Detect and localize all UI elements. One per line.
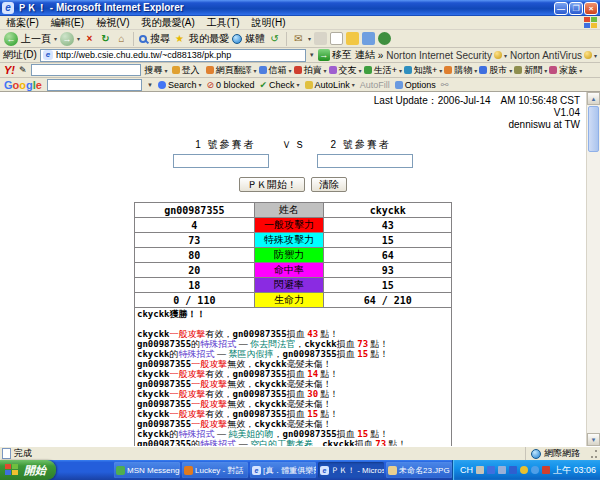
- back-icon[interactable]: ←: [4, 32, 18, 46]
- yahoo-item-caret-icon: ▾: [439, 67, 442, 74]
- menu-file[interactable]: 檔案(F): [0, 16, 45, 30]
- stat-name-cell: 防禦力: [254, 248, 324, 263]
- menu-tools[interactable]: 工具(T): [201, 16, 246, 30]
- tray-display-icon[interactable]: [476, 466, 484, 474]
- print-icon[interactable]: [314, 32, 327, 45]
- address-input[interactable]: e http://web.csie.chu.edu.tw/~cd88138/pk…: [40, 49, 306, 62]
- tray-msn-icon[interactable]: [531, 466, 539, 474]
- norton-internet-security[interactable]: Norton Internet Security ▾: [386, 50, 507, 61]
- task-chat-window[interactable]: Luckey - 對話: [182, 462, 248, 478]
- pk-start-button[interactable]: ＰＫ開始！: [239, 177, 305, 192]
- yahoo-item-2[interactable]: 拍賣▾: [294, 64, 327, 77]
- stats-header-row: gn00987355 姓名 ckyckk: [135, 203, 452, 218]
- scroll-down-icon[interactable]: ▼: [587, 433, 600, 446]
- menu-bar: 檔案(F) 編輯(E) 檢視(V) 我的最愛(A) 工具(T) 說明(H): [0, 16, 600, 30]
- back-caret-icon[interactable]: ▾: [54, 35, 57, 42]
- tray-antivirus-icon[interactable]: [542, 466, 550, 474]
- yahoo-item-icon: [549, 66, 557, 74]
- close-button[interactable]: ×: [584, 2, 598, 15]
- stop-icon[interactable]: ×: [83, 32, 96, 45]
- maximize-button[interactable]: ❐: [569, 2, 583, 15]
- task-msn-messenger[interactable]: MSN Messenger: [114, 462, 180, 478]
- yahoo-item-label: 交友: [339, 64, 357, 77]
- status-bar: 完成 網際網路: [0, 446, 600, 460]
- start-button[interactable]: 開始: [0, 460, 56, 480]
- scrollbar-thumb[interactable]: [588, 106, 599, 152]
- address-url[interactable]: http://web.csie.chu.edu.tw/~cd88138/pk.p…: [56, 50, 231, 60]
- back-label[interactable]: 上一頁: [21, 32, 51, 46]
- forward-icon[interactable]: →: [60, 32, 74, 46]
- scroll-up-icon[interactable]: ▲: [587, 92, 600, 105]
- tray-volume-icon[interactable]: [498, 466, 506, 474]
- go-button[interactable]: → 移至: [318, 48, 352, 62]
- tray-update-icon[interactable]: [520, 466, 528, 474]
- yahoo-search-button[interactable]: 搜尋 ▾: [145, 64, 168, 77]
- log-line: ckyckk獲勝！！: [137, 309, 449, 319]
- norton-antivirus[interactable]: Norton AntiVirus ▾: [510, 50, 597, 61]
- task-ie-forum[interactable]: e [真．體重俱樂部誌...: [250, 462, 316, 478]
- media-label[interactable]: 媒體: [245, 32, 265, 46]
- favorites-label[interactable]: 我的最愛: [189, 32, 229, 46]
- task-pk-active[interactable]: e ＰＫ！ - Microsoft Int...: [318, 462, 384, 478]
- player1-input[interactable]: [173, 154, 269, 168]
- search-label[interactable]: 搜尋: [150, 32, 170, 46]
- task-paint[interactable]: 未命名23.JPG - 小畫家: [386, 462, 452, 478]
- yahoo-item-5[interactable]: 知識+▾: [404, 64, 442, 77]
- edit-icon[interactable]: [330, 32, 343, 45]
- address-dropdown-icon[interactable]: ▼: [309, 52, 315, 58]
- menu-edit[interactable]: 編輯(E): [45, 16, 90, 30]
- links-label[interactable]: 連結: [355, 48, 375, 62]
- mail-caret-icon[interactable]: ▾: [308, 35, 311, 42]
- last-update: Last Update：2006-Jul-14 AM 10:56:48 CST: [0, 95, 580, 107]
- menu-view[interactable]: 檢視(V): [90, 16, 135, 30]
- player2-input[interactable]: [317, 154, 413, 168]
- google-logo[interactable]: Google: [4, 79, 42, 91]
- yahoo-item-7[interactable]: 股市▾: [479, 64, 512, 77]
- minimize-button[interactable]: —: [554, 2, 568, 15]
- scrollbar-track[interactable]: [587, 153, 600, 433]
- search-icon[interactable]: [139, 35, 147, 43]
- google-search-input[interactable]: [47, 79, 142, 91]
- menu-help[interactable]: 說明(H): [246, 16, 292, 30]
- google-blocked-button[interactable]: ⊘ 0 blocked: [206, 80, 254, 90]
- yahoo-signin-button[interactable]: 登入: [172, 64, 200, 77]
- yahoo-item-8[interactable]: 新聞▾: [514, 64, 547, 77]
- vertical-scrollbar[interactable]: ▲ ▼: [586, 92, 600, 446]
- yahoo-item-3[interactable]: 交友▾: [329, 64, 362, 77]
- media-icon[interactable]: [232, 34, 242, 44]
- google-check-button[interactable]: ✔ Check ▾: [260, 80, 300, 90]
- links-more-icon[interactable]: »: [378, 50, 384, 61]
- chat-icon: [184, 466, 193, 475]
- google-options-button[interactable]: Options: [395, 80, 436, 90]
- toolbar-extra-icon[interactable]: [378, 32, 391, 45]
- google-autolink-button[interactable]: AutoLink ▾: [305, 80, 355, 90]
- clear-button[interactable]: 清除: [311, 177, 347, 192]
- history-icon[interactable]: ↺: [268, 32, 281, 45]
- tray-monitor-icon[interactable]: [487, 466, 495, 474]
- mail-icon[interactable]: ✉: [292, 32, 305, 45]
- tray-network-icon[interactable]: [509, 466, 517, 474]
- forward-caret-icon[interactable]: ▾: [77, 35, 80, 42]
- refresh-icon[interactable]: ↻: [99, 32, 112, 45]
- menu-favorites[interactable]: 我的最愛(A): [135, 16, 200, 30]
- google-input-caret-icon[interactable]: ▼: [147, 82, 153, 88]
- yahoo-item-1[interactable]: 信箱▾: [259, 64, 292, 77]
- google-search-button[interactable]: Search ▾: [158, 80, 202, 90]
- yahoo-search-input[interactable]: [31, 64, 141, 76]
- home-icon[interactable]: ⌂: [115, 32, 128, 45]
- yahoo-item-label: 生活+: [374, 64, 397, 77]
- yahoo-item-0[interactable]: 網頁翻譯▾: [206, 64, 257, 77]
- language-indicator[interactable]: CH: [460, 465, 473, 475]
- messenger-icon[interactable]: [346, 32, 359, 45]
- yahoo-item-4[interactable]: 生活+▾: [364, 64, 402, 77]
- discuss-icon[interactable]: [362, 32, 375, 45]
- yahoo-item-6[interactable]: 購物▾: [444, 64, 477, 77]
- favorites-icon[interactable]: ★: [173, 32, 186, 45]
- yahoo-item-9[interactable]: 家族▾: [549, 64, 582, 77]
- google-check-caret-icon: ▾: [297, 81, 300, 88]
- google-link-icon[interactable]: ⚯: [441, 80, 449, 90]
- yahoo-pencil-icon[interactable]: ✎: [19, 65, 27, 75]
- resize-grip[interactable]: [588, 449, 598, 459]
- yahoo-logo[interactable]: Y!: [4, 64, 15, 76]
- google-options-label: Options: [405, 80, 436, 90]
